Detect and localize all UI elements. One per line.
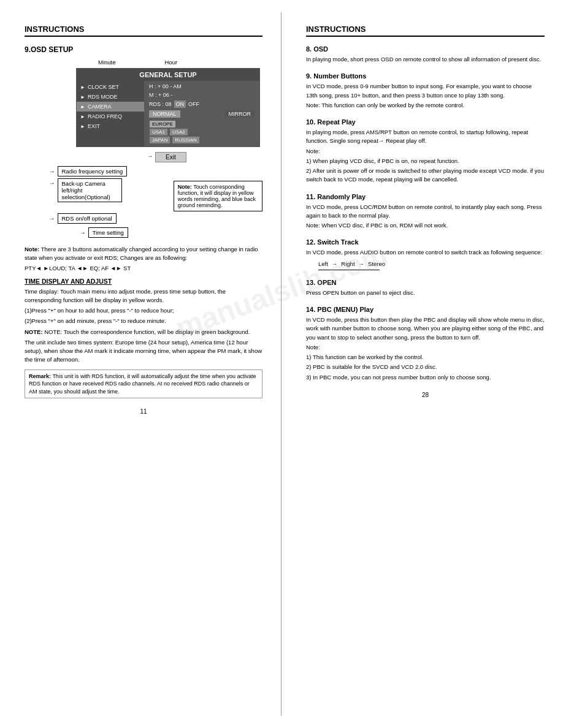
menu-arrow-exit: ► — [80, 124, 85, 129]
backup-camera-label: Back-up Camera left/right selection(Opti… — [58, 178, 122, 202]
clock-row1: H : + 00 - AM — [147, 82, 257, 91]
radio-btn-usa1: USA1 — [150, 129, 167, 135]
menu-item-clockset: ► CLOCK SET — [77, 82, 144, 92]
section13: 13. OPEN Press OPEN button on panel to e… — [306, 279, 545, 297]
main-note: Note: There are 3 buttons automatically … — [25, 245, 262, 263]
section12-title: 12. Switch Track — [306, 238, 545, 246]
time-step1: (1)Press "+" on hour to add hour, press … — [25, 306, 262, 315]
radio-btn-row3: JAPAN RUSSIAN — [149, 136, 255, 144]
radio-freq-setting-label: Radio frequency setting — [58, 166, 128, 176]
section11-content: In VCD mode, press LOC/RDM button on rem… — [306, 203, 545, 230]
radio-btn-japan: JAPAN — [150, 137, 170, 143]
hour-label: Hour — [165, 59, 178, 66]
note-main-label: Note: — [25, 246, 39, 252]
switch-track-diagram: Left → Right → Stereo — [318, 260, 545, 268]
radio-btn-usa2: USA2 — [170, 129, 188, 135]
exit-row: → Exit — [147, 150, 262, 162]
section12-content: In VCD mode, press AUDIO button on remot… — [306, 248, 545, 270]
time-step2: (2)Press "+" on add minute, press "-" to… — [25, 317, 262, 325]
time-display-section: TIME DISPLAY AND ADJUST Time display: To… — [25, 278, 262, 399]
section13-title: 13. OPEN — [306, 279, 545, 286]
menu-arrow-clockset: ► — [80, 85, 85, 90]
section9-right-content: In VCD mode, press 0-9 number button to … — [306, 82, 545, 110]
settings-panel: H : + 00 - AM M : + 06 - RDS : 08 ON OFF — [144, 81, 259, 146]
rds-label: RDS : 08 — [149, 101, 172, 107]
annotations-section: → Radio frequency setting → Back-up Came… — [25, 166, 262, 238]
section12: 12. Switch Track In VCD mode, press AUDI… — [306, 238, 545, 270]
general-setup-title: GENERAL SETUP — [77, 69, 259, 81]
menu-arrow-rdsmode: ► — [80, 94, 85, 100]
left-column: INSTRUCTIONS 9.OSD SETUP Minute Hour — [0, 12, 282, 716]
left-page-number: 11 — [25, 408, 262, 415]
section14: 14. PBC (MENU) Play In VCD mode, press t… — [306, 306, 545, 382]
osd-setup-diagram: Minute Hour GENERAL SETUP — [25, 59, 262, 238]
note-box: Note: Touch corresponding function, it w… — [174, 181, 262, 211]
time-desc: The unit include two times system: Europ… — [25, 338, 262, 365]
rds-optional-label: RDS on/off optional — [58, 213, 117, 224]
remark-title: Remark: — [29, 373, 51, 379]
time-display-title: TIME DISPLAY AND ADJUST — [25, 278, 262, 285]
right-section-header: INSTRUCTIONS — [306, 25, 545, 37]
left-section-header: INSTRUCTIONS — [25, 25, 262, 37]
section10-title: 10. Repeat Play — [306, 118, 545, 126]
rds-row: RDS : 08 ON OFF — [147, 99, 257, 109]
diagram-main: GENERAL SETUP ► CLOCK SET ► RDS MODE — [25, 68, 262, 147]
cam-normal: NORMAL — [149, 110, 180, 118]
track-underline — [318, 270, 380, 270]
annotation-arrow4: → — [80, 229, 86, 236]
time-display-content: Time display: Touch main menu into adjus… — [25, 287, 262, 365]
radio-freq-block: EUROPE USA1 USA2 JAPAN RUSSIAN — [147, 119, 257, 145]
track-arrow2: → — [359, 260, 365, 268]
radio-btn-row1: EUROPE — [149, 120, 255, 128]
time-setting-label: Time setting — [88, 227, 128, 238]
menu-item-rdsmode: ► RDS MODE — [77, 92, 144, 102]
section8-content: In playing mode, short press OSD on remo… — [306, 55, 545, 64]
time-note: NOTE: NOTE: Touch the correspondence fun… — [25, 328, 262, 336]
note-main-text: There are 3 buttons automatically change… — [25, 246, 258, 261]
section9-title: 9.OSD SETUP — [25, 45, 262, 54]
note-title: Note: — [178, 184, 192, 190]
cam-mirror: MIRROR — [225, 110, 255, 118]
section11: 11. Randomly Play In VCD mode, press LOC… — [306, 193, 545, 230]
annotation-arrow3: → — [49, 215, 55, 222]
exit-button[interactable]: Exit — [155, 152, 186, 162]
right-column: INSTRUCTIONS 8. OSD In playing mode, sho… — [282, 12, 563, 716]
menu-arrow-camera: ► — [80, 104, 85, 110]
menu-arrow-radiofreq: ► — [80, 114, 85, 119]
remark-box: Remark: This unit is with RDS function, … — [25, 370, 262, 399]
track-stereo: Stereo — [368, 260, 385, 268]
general-setup-box: GENERAL SETUP ► CLOCK SET ► RDS MODE — [76, 68, 260, 147]
right-page-number: 28 — [306, 392, 545, 398]
menu-item-exit: ► EXIT — [77, 121, 144, 131]
section14-title: 14. PBC (MENU) Play — [306, 306, 545, 313]
menu-items-list: ► CLOCK SET ► RDS MODE ► CAMERA — [77, 81, 144, 146]
annotation-arrow2: → — [49, 180, 55, 186]
track-left: Left — [318, 260, 328, 268]
section10-content: In playing mode, press AMS/RPT button on… — [306, 128, 545, 184]
minute-label: Minute — [98, 59, 116, 66]
clock-row2: M : + 06 - — [147, 91, 257, 99]
camera-row: NORMAL MIRROR — [147, 109, 257, 119]
diagram-top-labels: Minute Hour — [98, 59, 262, 66]
annotation-backup-camera: → Back-up Camera left/right selection(Op… — [25, 178, 262, 211]
radio-btn-row2: USA1 USA2 — [149, 128, 255, 136]
track-right: Right — [341, 260, 354, 268]
section8-title: 8. OSD — [306, 45, 545, 53]
annotation-radio-freq: → Radio frequency setting — [25, 166, 262, 176]
exit-arrow: → — [147, 153, 153, 159]
section14-content: In VCD mode, press this button then play… — [306, 316, 545, 382]
section13-content: Press OPEN button on panel to eject disc… — [306, 289, 545, 297]
menu-item-camera: ► CAMERA — [77, 102, 144, 112]
setup-rows: ► CLOCK SET ► RDS MODE ► CAMERA — [77, 81, 259, 146]
pty-row: PTY◄ ►LOUD; TA ◄► EQ; AF ◄► ST — [25, 265, 262, 271]
annotation-arrow1: → — [49, 168, 55, 175]
remark-text: This unit is with RDS function, it will … — [29, 373, 256, 395]
rds-off: OFF — [188, 101, 199, 107]
annotation-rds: → RDS on/off optional — [25, 213, 262, 224]
menu-item-radiofreq: ► RADIO FREQ — [77, 112, 144, 121]
annotation-time: → Time setting — [25, 227, 262, 238]
radio-btn-russian: RUSSIAN — [172, 137, 199, 143]
section11-title: 11. Randomly Play — [306, 193, 545, 200]
rds-on: ON — [174, 100, 186, 108]
section9-right-title: 9. Number Buttons — [306, 72, 545, 80]
